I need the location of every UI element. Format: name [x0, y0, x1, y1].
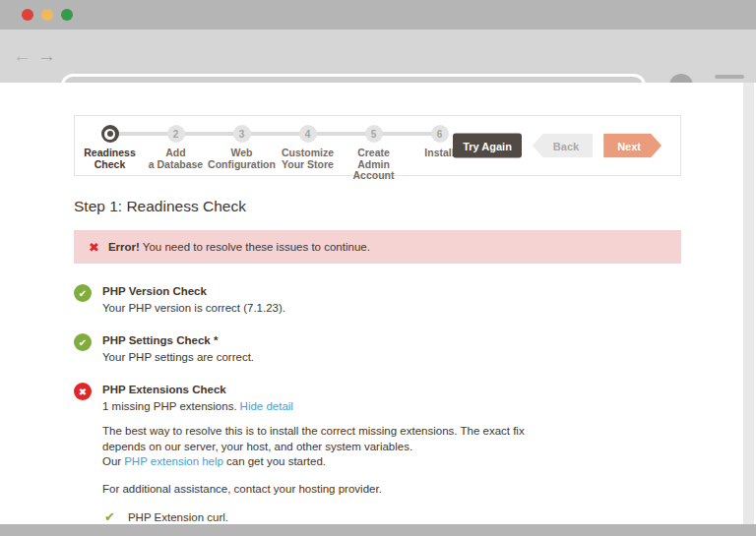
browser-toolbar: ← → ✕ [0, 30, 756, 83]
list-item: ✔ PHP Extension curl. [102, 509, 530, 524]
readiness-checks: ✔ PHP Version Check Your PHP version is … [74, 284, 681, 524]
check-title: PHP Version Check [102, 284, 285, 298]
step-label: Customize Your Store [282, 148, 334, 170]
step-add-database[interactable]: 2 Add a Database [143, 125, 209, 182]
check-title: PHP Settings Check * [102, 333, 254, 347]
nav-forward-icon[interactable]: → [37, 43, 56, 69]
wizard-progress-panel: Readiness Check 2 Add a Database 3 [74, 115, 681, 176]
step-4-dot: 4 [299, 125, 317, 143]
step-3-dot: 3 [233, 125, 251, 143]
step-1-active-dot [101, 125, 119, 143]
page-viewport: Readiness Check 2 Add a Database 3 [0, 83, 756, 524]
success-check-icon: ✔ [74, 333, 92, 351]
step-label: Install [424, 148, 454, 159]
next-button[interactable]: Next [603, 134, 662, 158]
back-button[interactable]: Back [533, 134, 593, 158]
nav-back-icon[interactable]: ← [13, 43, 32, 69]
browser-window: ← → ✕ Readiness Check [0, 0, 756, 536]
window-zoom-button[interactable] [61, 9, 73, 21]
check-subtitle: 1 missing PHP extensions.Hide detail [102, 399, 530, 413]
php-version-check: ✔ PHP Version Check Your PHP version is … [74, 284, 681, 315]
success-check-icon: ✔ [74, 284, 92, 302]
detail-paragraph: For additional assistance, contact your … [102, 482, 530, 498]
step-5-dot: 5 [365, 125, 383, 143]
step-label: Readiness Check [84, 148, 136, 170]
step-readiness-check[interactable]: Readiness Check [77, 125, 143, 182]
success-check-icon: ✔ [104, 510, 115, 524]
page-title: Step 1: Readiness Check [74, 198, 681, 215]
step-2-dot: 2 [167, 125, 185, 143]
browser-bottom-bar [0, 524, 756, 536]
step-web-configuration[interactable]: 3 Web Configuration [209, 125, 275, 182]
step-6-dot: 6 [431, 125, 449, 143]
check-title: PHP Extensions Check [102, 383, 530, 396]
window-minimize-button[interactable] [41, 9, 53, 21]
hide-detail-link[interactable]: Hide detail [240, 400, 293, 412]
error-banner-text: Error!You need to resolve these issues t… [108, 241, 370, 253]
try-again-button[interactable]: Try Again [453, 134, 522, 158]
php-extension-help-link[interactable]: PHP extension help [124, 455, 223, 467]
php-extensions-check: ✖ PHP Extensions Check 1 missing PHP ext… [74, 383, 681, 524]
window-close-button[interactable] [22, 9, 33, 21]
error-banner: ✖ Error!You need to resolve these issues… [74, 230, 681, 264]
step-create-admin-account[interactable]: 5 Create Admin Account [341, 125, 407, 182]
php-settings-check: ✔ PHP Settings Check * Your PHP settings… [74, 333, 681, 364]
progress-steps: Readiness Check 2 Add a Database 3 [77, 125, 472, 182]
step-customize-store[interactable]: 4 Customize Your Store [275, 125, 341, 182]
error-cross-icon: ✖ [89, 240, 99, 255]
extensions-list: ✔ PHP Extension curl. ✔ PHP Extension ic… [102, 509, 530, 524]
detail-paragraph: OurPHP extension helpcan get you started… [102, 454, 530, 470]
step-label: Add a Database [149, 148, 203, 170]
browser-titlebar [0, 0, 756, 30]
scrollbar-track[interactable] [743, 83, 754, 524]
step-label: Create Admin Account [341, 148, 407, 182]
step-label: Web Configuration [208, 148, 276, 170]
error-cross-icon: ✖ [74, 383, 92, 400]
check-subtitle: Your PHP settings are correct. [102, 350, 254, 364]
check-subtitle: Your PHP version is correct (7.1.23). [102, 301, 285, 315]
extensions-detail: The best way to resolve this is to insta… [102, 424, 530, 497]
detail-paragraph: The best way to resolve this is to insta… [102, 424, 530, 454]
wizard-buttons: Try Again Back Next [453, 134, 662, 158]
